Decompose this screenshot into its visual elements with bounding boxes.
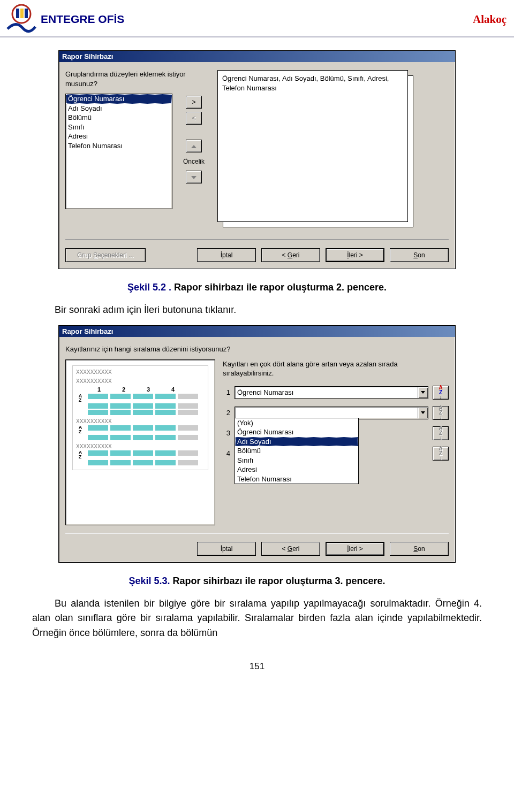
sort-question: Kayıtlarınız için hangi sıralama düzenin… [65,344,449,354]
page-content: Rapor Sihirbazı Gruplandırma düzeyleri e… [0,37,514,683]
priority-label: Öncelik [183,158,205,165]
dialog-title: Rapor Sihirbazı [59,326,455,337]
finish-button[interactable]: Son [390,542,449,556]
header-author: Alakoç [473,13,507,26]
arrow-up-icon [191,145,196,148]
list-item[interactable]: Adı Soyadı [66,104,172,113]
figure-caption-52: Şekil 5.2 . Rapor sihirbazı ile rapor ol… [32,282,482,293]
page-number: 151 [32,661,482,672]
sort-field-1[interactable]: Ögrenci Numarası [235,386,428,399]
sort-order-button[interactable]: AZ↓ [433,447,449,461]
sort-field-2-dropdown[interactable]: (Yok) Ögrenci Numarası Adı Soyadı Bölümü… [235,418,359,485]
figure-caption-53: Şekil 5.3. Rapor sihirbazı ile rapor olu… [32,576,482,587]
dropdown-icon[interactable] [418,408,428,418]
sort-order-button[interactable]: AZ↓ [433,386,449,400]
sort-order-button[interactable]: AZ↓ [433,426,449,440]
dropdown-item[interactable]: Telefon Numarası [235,474,358,484]
sort-hint: Kayıtları en çok dört alana göre artan v… [223,359,449,378]
svg-rect-1 [16,9,19,18]
fields-listbox[interactable]: Ögrenci Numarası Adı Soyadı Bölümü Sınıf… [65,94,172,209]
cancel-button[interactable]: İptal [197,248,256,262]
svg-rect-3 [25,9,28,18]
add-group-button[interactable]: > [186,96,202,109]
priority-up-button[interactable] [186,140,202,152]
dropdown-item[interactable]: Bölümü [235,446,358,456]
list-item[interactable]: Sınıfı [66,122,172,132]
next-button[interactable]: İleri > [326,248,384,262]
list-item[interactable]: Ögrenci Numarası [66,94,172,104]
sort-preview-pane: XXXXXXXXXX XXXXXXXXXX 1234 AZ XXXXXXXXXX… [65,359,215,525]
dropdown-item[interactable]: Adresi [235,465,358,474]
sort-row-number: 1 [223,388,230,396]
list-item[interactable]: Adresi [66,132,172,141]
remove-group-button[interactable]: < [186,112,202,125]
sort-row-number: 2 [223,409,230,417]
wizard-dialog-grouping: Rapor Sihirbazı Gruplandırma düzeyleri e… [58,50,456,269]
dialog-title: Rapor Sihirbazı [59,51,455,62]
dropdown-item[interactable]: Adı Soyadı [235,437,358,447]
header-left: ENTEGRE OFİS [6,4,124,34]
wizard-dialog-sort: Rapor Sihirbazı Kayıtlarınız için hangi … [58,325,456,563]
finish-button[interactable]: Son [390,248,449,262]
header-title: ENTEGRE OFİS [41,13,124,26]
logo-icon [6,4,36,34]
dropdown-item[interactable]: Sınıfı [235,456,358,465]
back-button[interactable]: < Geri [261,248,320,262]
preview-fields: Ögrenci Numarası, Adı Soyadı, Bölümü, Sı… [222,74,389,92]
arrow-down-icon [191,176,196,179]
body-text-1: Bir sonraki adım için İleri butonuna tık… [32,303,482,318]
back-button[interactable]: < Geri [261,542,320,556]
dropdown-item[interactable]: Ögrenci Numarası [235,427,358,437]
next-button[interactable]: İleri > [326,542,384,556]
page-header: ENTEGRE OFİS Alakoç [0,0,514,37]
priority-down-button[interactable] [186,171,202,183]
group-options-button[interactable]: GGrup Seçenekleri ...rup Seçenekleri ... [65,248,146,262]
list-item[interactable]: Telefon Numarası [66,141,172,151]
cancel-button[interactable]: İptal [197,542,256,556]
sort-row-number: 3 [223,429,230,437]
svg-rect-2 [20,9,24,18]
sort-order-button[interactable]: AZ↓ [433,406,449,420]
dropdown-item[interactable]: (Yok) [235,418,358,428]
report-preview: Ögrenci Numarası, Adı Soyadı, Bölümü, Sı… [215,69,422,235]
body-text-2: Bu alanda istenilen bir bilgiye göre bir… [32,596,482,641]
sort-row-number: 4 [223,449,230,457]
dropdown-icon[interactable] [418,387,428,398]
grouping-question: Gruplandırma düzeyleri eklemek istiyor m… [65,70,205,88]
list-item[interactable]: Bölümü [66,113,172,122]
